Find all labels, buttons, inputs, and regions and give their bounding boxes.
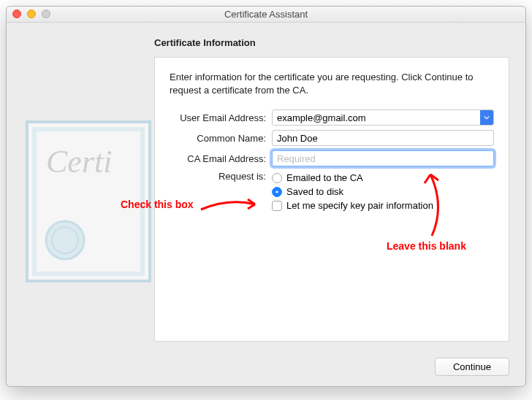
svg-text:Certi: Certi (46, 144, 112, 180)
user-email-dropdown-icon[interactable] (480, 110, 493, 125)
svg-rect-1 (34, 129, 142, 274)
common-name-input[interactable] (272, 130, 494, 146)
close-icon[interactable] (12, 9, 21, 18)
row-common-name: Common Name: (170, 130, 494, 146)
footer: Continue (435, 358, 509, 376)
ca-email-input[interactable] (272, 150, 494, 166)
page-heading: Certificate Information (154, 37, 509, 48)
radio-icon (272, 187, 282, 197)
label-ca-email: CA Email Address: (170, 153, 272, 164)
titlebar: Certificate Assistant (7, 7, 525, 23)
instructions-text: Enter information for the certificate yo… (170, 71, 494, 96)
minimize-icon[interactable] (27, 9, 36, 18)
user-email-combo[interactable] (272, 109, 494, 126)
content-area: Certi Certificate Information Enter info… (7, 23, 525, 386)
form-panel: Enter information for the certificate yo… (154, 57, 509, 342)
svg-point-3 (46, 221, 84, 259)
label-user-email: User Email Address: (170, 112, 272, 123)
row-request-is: Request is: Emailed to the CA Saved to d… (170, 171, 494, 214)
radio-label: Saved to disk (286, 186, 343, 197)
certificate-graphic-icon: Certi (23, 118, 154, 285)
continue-button[interactable]: Continue (435, 358, 509, 376)
radio-label: Emailed to the CA (286, 172, 363, 183)
checkbox-keypair[interactable]: Let me specify key pair information (272, 200, 494, 211)
window-title: Certificate Assistant (224, 9, 308, 20)
svg-rect-0 (27, 122, 150, 281)
window: Certificate Assistant Certi Certificate … (6, 6, 526, 387)
radio-saved-to-disk[interactable]: Saved to disk (272, 186, 494, 197)
checkbox-icon (272, 201, 282, 211)
radio-emailed-to-ca[interactable]: Emailed to the CA (272, 172, 494, 183)
label-request-is: Request is: (170, 171, 272, 182)
row-ca-email: CA Email Address: (170, 150, 494, 166)
zoom-icon (42, 9, 50, 18)
radio-icon (272, 173, 282, 183)
row-user-email: User Email Address: (170, 109, 494, 126)
label-common-name: Common Name: (170, 133, 272, 144)
svg-point-4 (52, 227, 78, 253)
traffic-lights (12, 9, 50, 18)
user-email-input[interactable] (273, 110, 480, 125)
checkbox-label: Let me specify key pair information (286, 200, 433, 211)
